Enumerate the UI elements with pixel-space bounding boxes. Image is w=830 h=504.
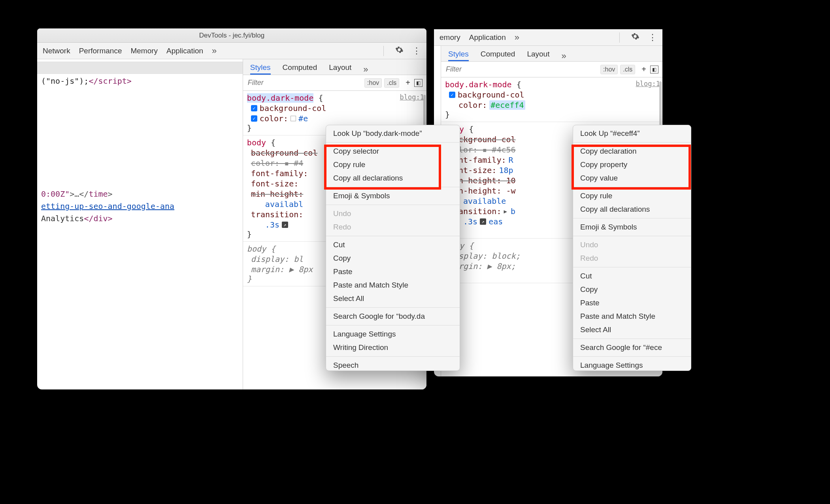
source-line: 0:00Z">…</time>: [37, 188, 243, 200]
filter-row: :hov .cls + ◧: [441, 62, 662, 77]
ctx-lookup[interactable]: Look Up “body.dark-mode”: [326, 125, 460, 140]
css-declaration[interactable]: ✓ background-col: [247, 103, 424, 113]
source-link[interactable]: blog:1: [400, 93, 424, 101]
easing-icon[interactable]: ↗: [282, 222, 288, 228]
subtab-styles[interactable]: Styles: [250, 63, 271, 75]
css-selector[interactable]: body: [247, 138, 266, 147]
gear-icon[interactable]: [395, 45, 404, 56]
ctx-copy[interactable]: Copy: [573, 283, 691, 296]
ctx-copy-all-decls[interactable]: Copy all declarations: [326, 171, 460, 185]
filter-row: :hov .cls + ◧: [243, 75, 426, 91]
ctx-emoji[interactable]: Emoji & Symbols: [326, 189, 460, 203]
source-line: etting-up-seo-and-google-ana: [37, 201, 243, 212]
ctx-language[interactable]: Language Settings: [573, 359, 691, 370]
subtab-layout[interactable]: Layout: [527, 50, 549, 61]
source-url-link[interactable]: etting-up-seo-and-google-ana: [41, 201, 174, 211]
subtab-layout[interactable]: Layout: [329, 63, 351, 75]
subtab-computed[interactable]: Computed: [481, 50, 515, 61]
subtab-overflow-icon[interactable]: »: [363, 64, 368, 75]
css-selector[interactable]: body.dark-mode: [247, 93, 314, 103]
cls-toggle[interactable]: .cls: [384, 78, 399, 88]
hov-toggle[interactable]: :hov: [600, 65, 618, 74]
ctx-paste-match[interactable]: Paste and Match Style: [326, 278, 460, 292]
tab-network[interactable]: Network: [43, 47, 70, 55]
tab-memory-partial[interactable]: emory: [440, 33, 460, 42]
panel-toggle-icon[interactable]: ◧: [414, 79, 423, 87]
panel-toggle-icon[interactable]: ◧: [650, 66, 658, 73]
window-title-text: DevTools - jec.fyi/blog: [199, 32, 264, 39]
ctx-cut[interactable]: Cut: [326, 238, 460, 252]
ctx-lookup[interactable]: Look Up “#eceff4”: [573, 125, 691, 140]
ctx-undo: Undo: [573, 238, 691, 252]
window-title: DevTools - jec.fyi/blog: [37, 28, 426, 43]
styles-subtabs: Styles Computed Layout »: [243, 59, 426, 75]
css-declaration[interactable]: color: #eceff4: [445, 100, 660, 110]
kebab-menu-icon[interactable]: ⋮: [648, 32, 657, 43]
ctx-copy-rule[interactable]: Copy rule: [326, 158, 460, 171]
tab-application[interactable]: Application: [469, 33, 506, 42]
tab-memory[interactable]: Memory: [130, 47, 158, 55]
overflow-chevron-icon[interactable]: »: [515, 32, 519, 43]
css-declaration[interactable]: ✓ color: #e: [247, 114, 424, 123]
ctx-redo: Redo: [326, 220, 460, 234]
color-swatch-icon[interactable]: [290, 116, 296, 121]
ctx-undo: Undo: [326, 207, 460, 220]
filter-input[interactable]: [243, 76, 364, 89]
css-selector[interactable]: body.dark-mode: [445, 80, 512, 89]
ctx-cut[interactable]: Cut: [573, 269, 691, 283]
ctx-paste[interactable]: Paste: [573, 296, 691, 310]
ctx-copy-rule[interactable]: Copy rule: [573, 189, 691, 203]
source-panel: ("no-js");</script> 0:00Z">…</time> etti…: [37, 59, 243, 389]
kebab-menu-icon[interactable]: ⋮: [412, 46, 421, 56]
ctx-select-all[interactable]: Select All: [573, 323, 691, 337]
easing-icon[interactable]: ↗: [480, 218, 486, 225]
cls-toggle[interactable]: .cls: [620, 65, 635, 74]
main-tabs: Network Performance Memory Application »…: [37, 43, 426, 59]
subtab-computed[interactable]: Computed: [283, 63, 317, 75]
checkbox-icon[interactable]: ✓: [251, 105, 257, 111]
hov-toggle[interactable]: :hov: [364, 78, 382, 88]
css-selector[interactable]: body: [247, 244, 266, 254]
tab-application[interactable]: Application: [166, 47, 203, 55]
ctx-speech[interactable]: Speech: [326, 359, 460, 370]
styles-subtabs: Styles Computed Layout »: [441, 46, 662, 62]
ctx-copy-selector[interactable]: Copy selector: [326, 145, 460, 158]
css-declaration[interactable]: ✓ background-col: [445, 90, 660, 100]
main-tabs: emory Application » ⋮: [434, 29, 662, 46]
css-rule: blog:1 body.dark-mode { ✓ background-col…: [441, 77, 662, 122]
ctx-copy-declaration[interactable]: Copy declaration: [573, 145, 691, 158]
context-menu-right: Look Up “#eceff4” Copy declaration Copy …: [573, 125, 691, 371]
ctx-select-all[interactable]: Select All: [326, 292, 460, 305]
ctx-emoji[interactable]: Emoji & Symbols: [573, 220, 691, 234]
ctx-writing-dir[interactable]: Writing Direction: [326, 341, 460, 354]
overflow-chevron-icon[interactable]: »: [212, 46, 217, 56]
subtab-overflow-icon[interactable]: »: [561, 51, 566, 61]
source-line: Analytics</div>: [37, 213, 243, 224]
checkbox-icon[interactable]: ✓: [251, 115, 257, 122]
source-line: ("no-js");</script>: [37, 75, 243, 87]
source-link[interactable]: blog:1: [636, 80, 660, 88]
ctx-search-google[interactable]: Search Google for “body.da: [326, 310, 460, 323]
filter-input[interactable]: [441, 63, 600, 76]
checkbox-icon[interactable]: ✓: [449, 92, 455, 98]
ctx-search-google[interactable]: Search Google for “#ece: [573, 341, 691, 354]
new-rule-icon[interactable]: +: [402, 78, 414, 87]
new-rule-icon[interactable]: +: [638, 65, 650, 74]
ctx-paste[interactable]: Paste: [326, 265, 460, 278]
subtab-styles[interactable]: Styles: [448, 50, 469, 61]
gear-icon[interactable]: [631, 32, 639, 43]
ctx-redo: Redo: [573, 252, 691, 265]
context-menu-left: Look Up “body.dark-mode” Copy selector C…: [326, 125, 460, 371]
ctx-copy-property[interactable]: Copy property: [573, 158, 691, 171]
ctx-paste-match[interactable]: Paste and Match Style: [573, 310, 691, 323]
tab-performance[interactable]: Performance: [79, 47, 122, 55]
ctx-language[interactable]: Language Settings: [326, 327, 460, 341]
ctx-copy-value[interactable]: Copy value: [573, 171, 691, 185]
source-highlight: [37, 62, 243, 74]
ctx-copy[interactable]: Copy: [326, 252, 460, 265]
ctx-copy-all-decls[interactable]: Copy all declarations: [573, 203, 691, 216]
